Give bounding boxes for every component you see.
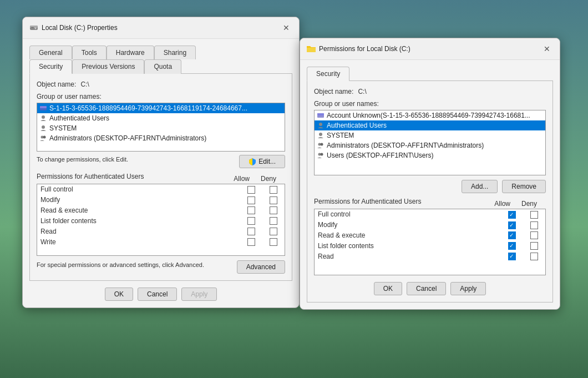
list-item[interactable]: Users (DESKTOP-AFF1RNT\Users) xyxy=(315,150,545,160)
list-item[interactable]: Authenticated Users xyxy=(315,120,545,130)
allow-checkbox-checked[interactable] xyxy=(508,242,516,250)
properties-content: General Tools Hardware Sharing Security … xyxy=(23,39,299,308)
perm-allow-cell[interactable] xyxy=(240,215,262,226)
list-item[interactable]: Administrators (DESKTOP-AFF1RNT\Administ… xyxy=(37,133,285,143)
perms-object-value: C:\ xyxy=(358,88,366,95)
edit-label: Edit... xyxy=(258,158,276,165)
deny-checkbox[interactable] xyxy=(530,253,538,260)
list-item[interactable]: Account Unknown(S-1-15-3-65536-188895446… xyxy=(315,110,545,120)
perms-users-listbox[interactable]: Account Unknown(S-1-15-3-65536-188895446… xyxy=(314,110,546,175)
apply-button[interactable]: Apply xyxy=(181,288,217,301)
remove-button[interactable]: Remove xyxy=(502,180,546,193)
deny-checkbox[interactable] xyxy=(530,211,538,219)
allow-checkbox[interactable] xyxy=(247,196,255,204)
tab-security-perms[interactable]: Security xyxy=(307,67,349,81)
deny-checkbox[interactable] xyxy=(270,217,277,225)
deny-checkbox[interactable] xyxy=(530,231,538,239)
cancel-button[interactable]: Cancel xyxy=(138,288,177,301)
tab-tools[interactable]: Tools xyxy=(72,46,107,59)
permissions-titlebar: Permissions for Local Disk (C:) ✕ xyxy=(300,38,560,60)
allow-checkbox[interactable] xyxy=(247,206,255,214)
perms-label-row: Permissions for Authenticated Users Allo… xyxy=(37,173,285,183)
allow-checkbox[interactable] xyxy=(247,238,255,246)
permissions-close-button[interactable]: ✕ xyxy=(541,43,553,55)
allow-checkbox[interactable] xyxy=(247,186,255,194)
add-button[interactable]: Add... xyxy=(462,180,498,193)
list-item[interactable]: SYSTEM xyxy=(315,130,545,140)
deny-checkbox[interactable] xyxy=(270,206,277,214)
perm-deny-cell[interactable] xyxy=(523,230,545,241)
perm-deny-cell[interactable] xyxy=(262,184,285,195)
tab-previous-versions[interactable]: Previous Versions xyxy=(72,59,144,74)
user-name: SYSTEM xyxy=(327,132,354,139)
perm-deny-cell[interactable] xyxy=(262,236,285,247)
advanced-row: For special permissions or advanced sett… xyxy=(37,260,285,274)
perm-allow-cell[interactable] xyxy=(501,230,523,241)
tab-hardware[interactable]: Hardware xyxy=(107,46,154,59)
perm-allow-cell[interactable] xyxy=(240,184,262,195)
table-row: List folder contents xyxy=(37,215,285,226)
perm-allow-cell[interactable] xyxy=(240,195,262,205)
perms-cancel-button[interactable]: Cancel xyxy=(407,282,446,295)
perm-allow-cell[interactable] xyxy=(240,226,262,236)
perm-allow-cell[interactable] xyxy=(240,236,262,247)
list-item[interactable]: S-1-15-3-65536-1888954469-739942743-1668… xyxy=(37,103,285,113)
perm-deny-cell[interactable] xyxy=(523,209,545,220)
perm-deny-cell[interactable] xyxy=(523,251,545,261)
tab-general[interactable]: General xyxy=(29,46,72,59)
perm-name: Read xyxy=(37,226,240,236)
allow-checkbox-checked[interactable] xyxy=(508,211,516,219)
list-item[interactable]: SYSTEM xyxy=(37,123,285,133)
user-icon xyxy=(39,114,47,122)
svg-rect-3 xyxy=(31,27,34,28)
tab-quota[interactable]: Quota xyxy=(144,59,181,74)
perm-deny-cell[interactable] xyxy=(262,226,285,236)
svg-point-7 xyxy=(42,125,45,129)
properties-close-button[interactable]: ✕ xyxy=(280,22,292,34)
advanced-button[interactable]: Advanced xyxy=(237,260,285,274)
allow-checkbox[interactable] xyxy=(247,217,255,225)
allow-checkbox-checked[interactable] xyxy=(508,253,516,260)
perm-allow-cell[interactable] xyxy=(240,205,262,216)
deny-checkbox[interactable] xyxy=(270,228,277,235)
tab-security[interactable]: Security xyxy=(29,59,72,74)
perm-allow-cell[interactable] xyxy=(501,251,523,261)
perm-allow-cell[interactable] xyxy=(501,220,523,230)
deny-checkbox[interactable] xyxy=(270,186,277,194)
users-listbox[interactable]: S-1-15-3-65536-1888954469-739942743-1668… xyxy=(37,103,285,152)
edit-button[interactable]: Edit... xyxy=(239,155,285,168)
list-item[interactable]: Authenticated Users xyxy=(37,113,285,123)
object-name-value: C:\ xyxy=(80,80,89,88)
deny-checkbox[interactable] xyxy=(530,221,538,229)
perms-object-name-row: Object name: C:\ xyxy=(314,88,546,95)
user-icon xyxy=(317,122,325,129)
allow-checkbox[interactable] xyxy=(247,228,255,235)
perms-tabs: Security xyxy=(307,67,553,81)
perm-deny-cell[interactable] xyxy=(523,220,545,230)
perm-name: Write xyxy=(37,236,240,247)
allow-checkbox-checked[interactable] xyxy=(508,221,516,229)
perms2-label-row: Permissions for Authenticated Users Allo… xyxy=(314,198,546,208)
table-row: Read & execute xyxy=(315,230,545,241)
perm-name: Full control xyxy=(37,184,240,195)
perms2-label: Permissions for Authenticated Users xyxy=(314,198,421,205)
change-perms-row: To change permissions, click Edit. Edit.… xyxy=(37,155,285,168)
perm-deny-cell[interactable] xyxy=(523,240,545,251)
perm-deny-cell[interactable] xyxy=(262,195,285,205)
ok-button[interactable]: OK xyxy=(105,288,133,301)
perms-ok-button[interactable]: OK xyxy=(374,282,402,295)
allow-checkbox-checked[interactable] xyxy=(508,231,516,239)
list-item[interactable]: Administrators (DESKTOP-AFF1RNT\Administ… xyxy=(315,140,545,150)
perm-allow-cell[interactable] xyxy=(501,240,523,251)
perm-allow-cell[interactable] xyxy=(501,209,523,220)
deny-checkbox[interactable] xyxy=(270,238,277,246)
svg-point-9 xyxy=(43,136,46,139)
perms-apply-button[interactable]: Apply xyxy=(450,282,486,295)
deny-checkbox[interactable] xyxy=(270,196,277,204)
tab-sharing[interactable]: Sharing xyxy=(154,46,196,59)
perm-name: Read & execute xyxy=(37,205,240,216)
perm-name: Modify xyxy=(37,195,240,205)
perm-deny-cell[interactable] xyxy=(262,205,285,216)
deny-checkbox[interactable] xyxy=(530,242,538,250)
perm-deny-cell[interactable] xyxy=(262,215,285,226)
